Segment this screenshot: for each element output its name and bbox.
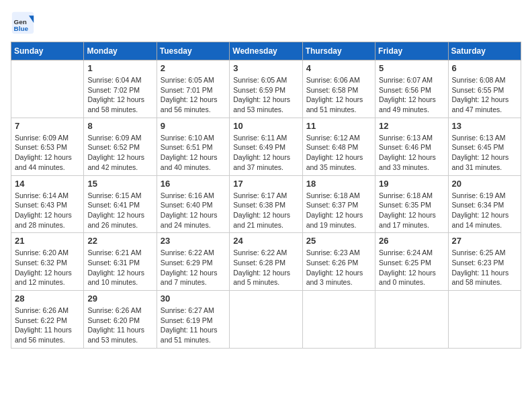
- calendar-week-5: 28Sunrise: 6:26 AM Sunset: 6:22 PM Dayli…: [11, 291, 521, 349]
- day-header-sunday: Sunday: [11, 42, 84, 60]
- calendar-cell: 18Sunrise: 6:18 AM Sunset: 6:37 PM Dayli…: [302, 175, 375, 233]
- day-number: 20: [452, 179, 517, 189]
- calendar-body: 1Sunrise: 6:04 AM Sunset: 7:02 PM Daylig…: [11, 60, 521, 349]
- calendar-cell: [375, 291, 448, 349]
- day-detail: Sunrise: 6:11 AM Sunset: 6:49 PM Dayligh…: [233, 133, 298, 173]
- day-detail: Sunrise: 6:16 AM Sunset: 6:40 PM Dayligh…: [161, 191, 226, 230]
- day-number: 8: [87, 121, 152, 131]
- day-detail: Sunrise: 6:06 AM Sunset: 6:58 PM Dayligh…: [306, 75, 371, 115]
- day-detail: Sunrise: 6:26 AM Sunset: 6:22 PM Dayligh…: [15, 306, 80, 345]
- day-detail: Sunrise: 6:14 AM Sunset: 6:43 PM Dayligh…: [15, 191, 80, 230]
- calendar-cell: 28Sunrise: 6:26 AM Sunset: 6:22 PM Dayli…: [11, 291, 84, 349]
- day-number: 27: [452, 236, 517, 246]
- day-number: 24: [233, 236, 298, 246]
- day-number: 30: [161, 293, 226, 304]
- calendar-cell: 10Sunrise: 6:11 AM Sunset: 6:49 PM Dayli…: [230, 118, 302, 175]
- day-detail: Sunrise: 6:21 AM Sunset: 6:31 PM Dayligh…: [87, 248, 152, 287]
- day-detail: Sunrise: 6:13 AM Sunset: 6:45 PM Dayligh…: [452, 133, 517, 173]
- calendar-cell: [302, 291, 375, 349]
- day-detail: Sunrise: 6:15 AM Sunset: 6:41 PM Dayligh…: [87, 191, 152, 230]
- calendar-cell: 25Sunrise: 6:23 AM Sunset: 6:26 PM Dayli…: [302, 233, 375, 291]
- day-number: 6: [452, 63, 517, 73]
- calendar-cell: 30Sunrise: 6:27 AM Sunset: 6:19 PM Dayli…: [157, 291, 229, 349]
- day-number: 10: [233, 121, 298, 131]
- calendar-cell: 26Sunrise: 6:24 AM Sunset: 6:25 PM Dayli…: [375, 233, 448, 291]
- day-detail: Sunrise: 6:10 AM Sunset: 6:51 PM Dayligh…: [161, 133, 226, 173]
- day-number: 1: [87, 63, 152, 73]
- day-detail: Sunrise: 6:25 AM Sunset: 6:23 PM Dayligh…: [452, 248, 517, 287]
- calendar-cell: 6Sunrise: 6:08 AM Sunset: 6:55 PM Daylig…: [448, 60, 521, 118]
- calendar-cell: 4Sunrise: 6:06 AM Sunset: 6:58 PM Daylig…: [302, 60, 375, 118]
- day-number: 21: [15, 236, 80, 246]
- day-number: 12: [379, 121, 444, 131]
- day-detail: Sunrise: 6:04 AM Sunset: 7:02 PM Dayligh…: [87, 75, 152, 115]
- day-number: 15: [87, 179, 152, 189]
- day-number: 2: [161, 63, 226, 73]
- day-number: 9: [161, 121, 226, 131]
- calendar-cell: [230, 291, 302, 349]
- calendar-week-1: 1Sunrise: 6:04 AM Sunset: 7:02 PM Daylig…: [11, 60, 521, 118]
- day-detail: Sunrise: 6:18 AM Sunset: 6:35 PM Dayligh…: [379, 191, 444, 230]
- calendar-cell: 19Sunrise: 6:18 AM Sunset: 6:35 PM Dayli…: [375, 175, 448, 233]
- day-number: 25: [306, 236, 371, 246]
- svg-text:Blue: Blue: [14, 25, 29, 32]
- calendar-cell: 27Sunrise: 6:25 AM Sunset: 6:23 PM Dayli…: [448, 233, 521, 291]
- calendar-cell: 17Sunrise: 6:17 AM Sunset: 6:38 PM Dayli…: [230, 175, 302, 233]
- calendar-cell: [448, 291, 521, 349]
- day-number: 13: [452, 121, 517, 131]
- calendar-cell: 13Sunrise: 6:13 AM Sunset: 6:45 PM Dayli…: [448, 118, 521, 175]
- calendar-week-4: 21Sunrise: 6:20 AM Sunset: 6:32 PM Dayli…: [11, 233, 521, 291]
- day-detail: Sunrise: 6:05 AM Sunset: 6:59 PM Dayligh…: [233, 75, 298, 115]
- logo-icon: Gen Blue: [11, 11, 35, 35]
- day-detail: Sunrise: 6:19 AM Sunset: 6:34 PM Dayligh…: [452, 191, 517, 230]
- calendar-cell: 21Sunrise: 6:20 AM Sunset: 6:32 PM Dayli…: [11, 233, 84, 291]
- day-number: 29: [87, 293, 152, 304]
- calendar-cell: 15Sunrise: 6:15 AM Sunset: 6:41 PM Dayli…: [84, 175, 157, 233]
- day-detail: Sunrise: 6:17 AM Sunset: 6:38 PM Dayligh…: [233, 191, 298, 230]
- day-number: 23: [161, 236, 226, 246]
- calendar-cell: 29Sunrise: 6:26 AM Sunset: 6:20 PM Dayli…: [84, 291, 157, 349]
- calendar-cell: 12Sunrise: 6:13 AM Sunset: 6:46 PM Dayli…: [375, 118, 448, 175]
- day-number: 19: [379, 179, 444, 189]
- calendar-week-3: 14Sunrise: 6:14 AM Sunset: 6:43 PM Dayli…: [11, 175, 521, 233]
- day-detail: Sunrise: 6:12 AM Sunset: 6:48 PM Dayligh…: [306, 133, 371, 173]
- calendar-week-2: 7Sunrise: 6:09 AM Sunset: 6:53 PM Daylig…: [11, 118, 521, 175]
- day-detail: Sunrise: 6:27 AM Sunset: 6:19 PM Dayligh…: [161, 306, 226, 345]
- calendar-cell: 11Sunrise: 6:12 AM Sunset: 6:48 PM Dayli…: [302, 118, 375, 175]
- day-header-wednesday: Wednesday: [230, 42, 302, 60]
- day-number: 11: [306, 121, 371, 131]
- calendar-cell: 23Sunrise: 6:22 AM Sunset: 6:29 PM Dayli…: [157, 233, 229, 291]
- day-detail: Sunrise: 6:18 AM Sunset: 6:37 PM Dayligh…: [306, 191, 371, 230]
- calendar-cell: 14Sunrise: 6:14 AM Sunset: 6:43 PM Dayli…: [11, 175, 84, 233]
- day-detail: Sunrise: 6:20 AM Sunset: 6:32 PM Dayligh…: [15, 248, 80, 287]
- calendar-cell: 22Sunrise: 6:21 AM Sunset: 6:31 PM Dayli…: [84, 233, 157, 291]
- calendar-cell: 9Sunrise: 6:10 AM Sunset: 6:51 PM Daylig…: [157, 118, 229, 175]
- day-number: 7: [15, 121, 80, 131]
- day-number: 18: [306, 179, 371, 189]
- calendar-cell: 24Sunrise: 6:22 AM Sunset: 6:28 PM Dayli…: [230, 233, 302, 291]
- day-detail: Sunrise: 6:22 AM Sunset: 6:29 PM Dayligh…: [161, 248, 226, 287]
- calendar-cell: 5Sunrise: 6:07 AM Sunset: 6:56 PM Daylig…: [375, 60, 448, 118]
- day-detail: Sunrise: 6:09 AM Sunset: 6:53 PM Dayligh…: [15, 133, 80, 173]
- day-number: 22: [87, 236, 152, 246]
- calendar-header-row: SundayMondayTuesdayWednesdayThursdayFrid…: [11, 42, 521, 60]
- calendar-cell: 7Sunrise: 6:09 AM Sunset: 6:53 PM Daylig…: [11, 118, 84, 175]
- calendar-cell: [11, 60, 84, 118]
- day-detail: Sunrise: 6:22 AM Sunset: 6:28 PM Dayligh…: [233, 248, 298, 287]
- day-header-tuesday: Tuesday: [157, 42, 229, 60]
- day-number: 16: [161, 179, 226, 189]
- calendar-cell: 20Sunrise: 6:19 AM Sunset: 6:34 PM Dayli…: [448, 175, 521, 233]
- day-number: 14: [15, 179, 80, 189]
- day-detail: Sunrise: 6:05 AM Sunset: 7:01 PM Dayligh…: [161, 75, 226, 115]
- day-number: 28: [15, 293, 80, 304]
- calendar-cell: 8Sunrise: 6:09 AM Sunset: 6:52 PM Daylig…: [84, 118, 157, 175]
- calendar-cell: 2Sunrise: 6:05 AM Sunset: 7:01 PM Daylig…: [157, 60, 229, 118]
- day-header-saturday: Saturday: [448, 42, 521, 60]
- day-detail: Sunrise: 6:07 AM Sunset: 6:56 PM Dayligh…: [379, 75, 444, 115]
- day-detail: Sunrise: 6:26 AM Sunset: 6:20 PM Dayligh…: [87, 306, 152, 345]
- logo: Gen Blue: [11, 11, 38, 35]
- day-detail: Sunrise: 6:09 AM Sunset: 6:52 PM Dayligh…: [87, 133, 152, 173]
- calendar-cell: 16Sunrise: 6:16 AM Sunset: 6:40 PM Dayli…: [157, 175, 229, 233]
- day-number: 5: [379, 63, 444, 73]
- day-header-monday: Monday: [84, 42, 157, 60]
